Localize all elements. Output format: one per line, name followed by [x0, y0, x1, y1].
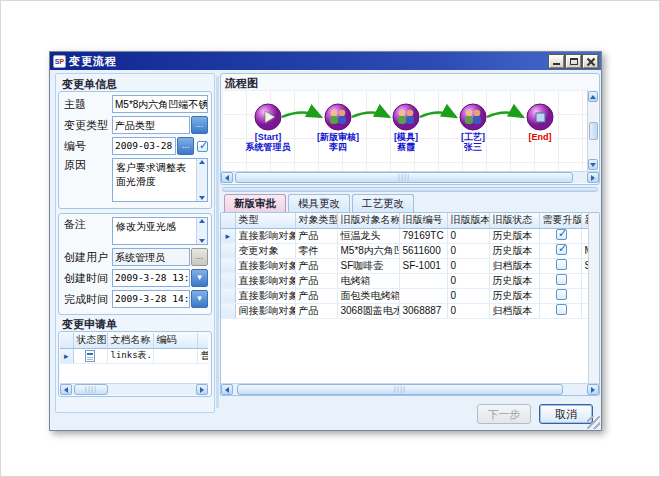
cell: 0 — [447, 273, 489, 288]
titlebar[interactable]: S P 变更流程 — [50, 52, 601, 70]
request-table-row[interactable]: ▸links表...普通 — [60, 348, 208, 363]
ellipsis-button[interactable]: ... — [177, 137, 194, 155]
flow-arrow — [420, 113, 456, 118]
impact-table-row[interactable]: 间接影响对象产品3068圆盖电水壶30688870归档版本 — [221, 303, 588, 318]
tab-1[interactable]: 新版审批 — [224, 194, 286, 212]
window-controls — [549, 55, 598, 68]
impact-col-header[interactable]: 对象类型 — [295, 213, 337, 228]
impact-col-header[interactable]: 新版 — [581, 213, 588, 228]
request-col-header[interactable] — [197, 333, 208, 348]
upgrade-checkbox[interactable] — [556, 259, 567, 270]
impact-col-header[interactable]: 旧版对象名称 — [337, 213, 399, 228]
form-row-4: 备注修改为亚光感 — [62, 217, 208, 245]
row-indicator — [221, 273, 235, 288]
dropdown-button[interactable]: ▾ — [191, 290, 208, 308]
close-button[interactable] — [583, 55, 598, 68]
field-value[interactable]: 2009-3-28 14:12:50 — [112, 290, 190, 308]
dropdown-button[interactable]: ▾ — [191, 269, 208, 287]
scroll-left-icon[interactable] — [221, 172, 233, 183]
upgrade-cell — [539, 228, 581, 243]
impact-col-header[interactable]: 需要升版 — [539, 213, 581, 228]
textarea-scrollbar[interactable] — [196, 159, 207, 201]
impact-col-header[interactable]: 旧版版本号 — [447, 213, 489, 228]
scrollbar-thumb[interactable] — [237, 384, 563, 395]
cell: 5611600 — [399, 243, 447, 258]
flow-table-splitter[interactable] — [222, 187, 598, 192]
field-value[interactable]: 2009-3-28 13:39:01 — [112, 269, 190, 287]
impact-table-vscrollbar[interactable] — [588, 213, 599, 383]
textarea-scrollbar[interactable] — [196, 218, 207, 244]
impact-table-row[interactable]: 变更对象零件M5*8内六角凹...56116000历史版本M5*8内六角 — [221, 243, 588, 258]
scroll-right-icon[interactable] — [196, 384, 208, 395]
ellipsis-button[interactable]: ... — [191, 248, 208, 266]
flow-canvas[interactable]: [Start]系统管理员[新版审核]李四[模具]蔡霞[工艺]张三[End] — [222, 90, 598, 171]
scroll-up-icon[interactable] — [588, 91, 598, 102]
scroll-down-icon[interactable] — [199, 196, 205, 200]
flow-diagram: [Start]系统管理员[新版审核]李四[模具]蔡霞[工艺]张三[End] — [222, 90, 588, 171]
upgrade-checkbox[interactable] — [556, 304, 567, 315]
scrollbar-thumb[interactable] — [235, 172, 573, 183]
request-col-header[interactable]: 文档名称 — [107, 333, 153, 348]
field-value[interactable]: 系统管理员 — [112, 248, 190, 266]
panel-splitter[interactable] — [216, 76, 219, 408]
impact-col-header[interactable]: 类型 — [235, 213, 295, 228]
app-icon: S P — [53, 55, 66, 68]
impact-table-row[interactable]: ▸直接影响对象产品恒温龙头79169TC0历史版本 — [221, 228, 588, 243]
impact-col-header[interactable]: 旧版状态 — [489, 213, 539, 228]
request-col-header[interactable]: 编码 — [153, 333, 197, 348]
field-value[interactable]: 2009-03-28 13:39:01 — [112, 137, 176, 155]
field-textarea[interactable]: 修改为亚光感 — [112, 217, 208, 245]
scroll-left-icon[interactable] — [60, 384, 72, 395]
impact-table-row[interactable]: 直接影响对象产品电烤箱0历史版本 — [221, 273, 588, 288]
document-name-cell: links表... — [107, 348, 153, 363]
flow-arrow — [487, 113, 523, 118]
scrollbar-thumb[interactable] — [589, 122, 598, 140]
field-value[interactable]: 产品类型 — [112, 116, 190, 134]
field-value[interactable]: M5*8内六角凹端不锈钢紧固螺钉 — [112, 95, 208, 113]
flow-hscrollbar[interactable] — [221, 171, 599, 183]
cell — [581, 288, 588, 303]
upgrade-checkbox[interactable] — [556, 244, 567, 255]
scroll-left-icon[interactable] — [221, 384, 233, 395]
scroll-right-icon[interactable] — [587, 384, 599, 395]
cell: M5*8内六角凹... — [337, 243, 399, 258]
field-textarea[interactable]: 客户要求调整表面光滑度 — [112, 158, 208, 202]
upgrade-checkbox[interactable] — [556, 274, 567, 285]
impact-col-header[interactable]: 旧版编号 — [399, 213, 447, 228]
impact-col-header[interactable] — [221, 213, 235, 228]
cancel-button[interactable]: 取消 — [539, 404, 593, 424]
cell: 3068圆盖电水壶 — [337, 303, 399, 318]
resize-grip[interactable] — [587, 416, 600, 429]
scroll-down-icon[interactable] — [199, 239, 205, 243]
scroll-up-icon[interactable] — [199, 160, 205, 164]
minimize-button[interactable] — [549, 55, 564, 68]
request-col-header[interactable] — [60, 333, 73, 348]
field-label: 编号 — [62, 139, 112, 154]
maximize-button[interactable] — [566, 55, 581, 68]
minimize-icon — [553, 63, 560, 65]
scroll-down-icon[interactable] — [588, 159, 598, 170]
upgrade-cell — [539, 303, 581, 318]
impact-table-row[interactable]: 直接影响对象产品面包类电烤箱0历史版本 — [221, 288, 588, 303]
ellipsis-button[interactable]: ... — [191, 116, 208, 134]
scroll-up-icon[interactable] — [199, 219, 205, 223]
cell: 3068887 — [399, 303, 447, 318]
upgrade-checkbox[interactable] — [556, 289, 567, 300]
request-table-grid: 状态图文档名称编码▸links表...普通 — [60, 333, 208, 364]
upgrade-checkbox[interactable] — [556, 229, 567, 240]
flow-node-task[interactable] — [325, 104, 351, 130]
number-checkbox[interactable] — [197, 141, 208, 152]
tab-3[interactable]: 工艺更改 — [352, 194, 414, 212]
cell: 历史版本 — [489, 273, 539, 288]
tab-2[interactable]: 模具更改 — [288, 194, 350, 212]
flow-node-task[interactable] — [460, 104, 486, 130]
impact-table-hscrollbar[interactable] — [221, 383, 599, 395]
flow-node-task[interactable] — [393, 104, 419, 130]
next-button[interactable]: 下一步 — [477, 404, 531, 424]
request-table-hscrollbar[interactable] — [60, 383, 208, 395]
impact-table-row[interactable]: 直接影响对象产品SF咖啡壶SF-10010归档版本SF咖啡壶 — [221, 258, 588, 273]
request-col-header[interactable]: 状态图 — [73, 333, 107, 348]
scrollbar-thumb[interactable] — [74, 384, 108, 395]
flow-vscrollbar[interactable] — [587, 90, 598, 171]
scroll-right-icon[interactable] — [587, 172, 599, 183]
